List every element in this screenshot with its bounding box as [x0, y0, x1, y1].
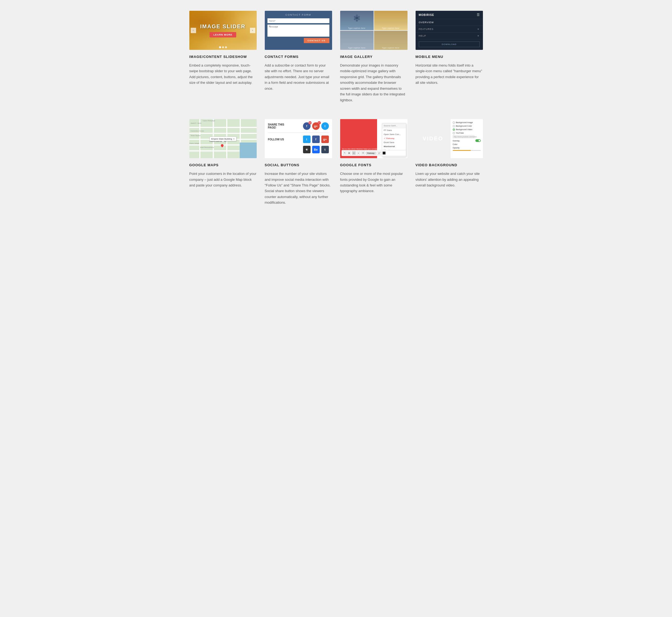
- feature-image-gallery: Type caption here Type caption here Type…: [340, 11, 408, 103]
- social-follow-googleplus[interactable]: g+: [321, 136, 329, 143]
- mm-logo: MOBIRISE: [419, 13, 434, 16]
- fonts-tool-2[interactable]: ▦: [348, 151, 351, 155]
- cf-submit-button[interactable]: CONTACT US: [304, 38, 329, 43]
- gallery-cell-1[interactable]: Type caption here: [340, 11, 374, 30]
- mm-nav-features[interactable]: FEATURES ▼: [416, 26, 483, 33]
- fonts-size[interactable]: 17: [377, 152, 382, 155]
- social-share-row: SHARE THISPAGE! f 192 g+ 47 t: [268, 122, 329, 130]
- social-follow-behance[interactable]: Be: [312, 146, 320, 153]
- svg-point-6: [355, 16, 358, 19]
- social-fb-count: 192: [308, 121, 311, 125]
- fonts-tool-4[interactable]: ≡: [357, 151, 361, 155]
- social-share-googleplus[interactable]: g+ 47: [312, 122, 320, 130]
- video-label-youtube: YouTube: [456, 132, 481, 134]
- video-label-bg-image: Background Image: [456, 121, 481, 124]
- social-follow-label: FOLLOW US: [268, 138, 301, 141]
- social-follow-github[interactable]: ☯: [303, 146, 310, 153]
- slider-learn-more-button[interactable]: LEARN MORE: [210, 32, 236, 37]
- video-option-bg-image: Background Image: [453, 121, 481, 124]
- gallery-cell-2[interactable]: Type caption here: [374, 11, 408, 30]
- feature-desc-mobile-menu: Horizontal site menu folds itself into a…: [416, 62, 483, 86]
- slider-dot-2[interactable]: [222, 46, 224, 48]
- gallery-preview-image: Type caption here Type caption here Type…: [340, 11, 408, 50]
- video-option-bg-video: Background Video: [453, 128, 481, 131]
- fonts-item-raleway[interactable]: ✓ Raleway: [382, 136, 406, 140]
- social-follow-facebook[interactable]: f: [312, 136, 320, 143]
- gallery-cell-4[interactable]: Type caption here: [374, 31, 408, 50]
- fonts-item-droidsans[interactable]: Droid Sans: [382, 140, 406, 145]
- cf-heading: CONTACT FORM: [285, 13, 311, 16]
- mm-download-button[interactable]: DOWNLOAD: [419, 41, 480, 47]
- feature-title-video: VIDEO BACKGROUND: [416, 163, 483, 167]
- video-url-input[interactable]: http://www.youtube.com/watd: [453, 135, 474, 138]
- social-share-twitter[interactable]: t: [321, 122, 329, 130]
- video-label-bg-color: Background Color: [456, 125, 481, 127]
- feature-desc-contact: Add a subscribe or contact form to your …: [265, 62, 332, 91]
- slider-next-button[interactable]: ›: [250, 28, 255, 33]
- slider-dots: [219, 46, 227, 48]
- mm-hamburger-icon[interactable]: ☰: [477, 13, 480, 17]
- slider-dot-1[interactable]: [219, 46, 221, 48]
- mm-header: MOBIRISE ☰: [416, 11, 483, 19]
- map-pin: [220, 144, 224, 147]
- fonts-item-ptsans[interactable]: PT Sans: [382, 128, 406, 132]
- video-opacity-fill: [453, 150, 471, 151]
- social-follow-twitter[interactable]: t: [303, 136, 310, 143]
- slider-prev-button[interactable]: ‹: [191, 28, 196, 33]
- video-label-color: Color: [453, 143, 481, 146]
- contact-form-preview-image: CONTACT FORM CONTACT US: [265, 11, 332, 50]
- video-radio-bg-video[interactable]: [453, 129, 455, 131]
- maps-preview-image: Jacob K. Javits Санкт-Петербург Conventi…: [189, 119, 257, 158]
- slider-dot-3[interactable]: [225, 46, 227, 48]
- social-gp-count: 47: [317, 121, 321, 125]
- fonts-color-picker[interactable]: [383, 152, 386, 155]
- feature-title-fonts: GOOGLE FONTS: [340, 163, 408, 167]
- video-radio-bg-color[interactable]: [453, 125, 455, 127]
- features-grid-row1: IMAGE SLIDER LEARN MORE ‹ › IMAGE/CONTEN…: [189, 11, 483, 103]
- mm-nav-overview[interactable]: OVERVIEW: [416, 19, 483, 26]
- mm-nav-help[interactable]: HELP ▼: [416, 33, 483, 39]
- svg-point-3: [356, 20, 358, 22]
- fonts-text-overlay: ite in a few clicks! Mobirise helps you …: [342, 148, 394, 150]
- feature-image-slideshow: IMAGE SLIDER LEARN MORE ‹ › IMAGE/CONTEN…: [189, 11, 257, 103]
- social-follow-row2: ☯ Be t: [268, 146, 329, 153]
- cf-name-input[interactable]: [267, 18, 329, 23]
- video-main-area: VIDEO: [416, 119, 451, 158]
- video-radio-bg-image[interactable]: [453, 122, 455, 124]
- fonts-font-name[interactable]: Raleway: [366, 152, 376, 155]
- mm-nav-help-arrow: ▼: [477, 35, 480, 37]
- video-preview-image: VIDEO Background Image Background Color: [416, 119, 483, 158]
- fonts-item-opensans[interactable]: Open Sans Con...: [382, 132, 406, 136]
- video-label-opacity: Opacity: [453, 147, 481, 149]
- mobile-menu-preview-image: MOBIRISE ☰ OVERVIEW FEATURES ▼ HELP ▼ DO…: [416, 11, 483, 50]
- slider-preview-image: IMAGE SLIDER LEARN MORE ‹ ›: [189, 11, 257, 50]
- feature-title-social: SOCIAL BUTTONS: [265, 163, 332, 167]
- feature-desc-slideshow: Embed a completely responsive, touch-swi…: [189, 62, 257, 86]
- feature-mobile-menu: MOBIRISE ☰ OVERVIEW FEATURES ▼ HELP ▼ DO…: [416, 11, 483, 103]
- video-radio-youtube[interactable]: [453, 132, 455, 134]
- video-toggle-overlay[interactable]: [475, 139, 481, 142]
- video-option-color: Color: [453, 143, 481, 146]
- features-grid-row2: Jacob K. Javits Санкт-Петербург Conventi…: [189, 119, 483, 206]
- page-wrapper: IMAGE SLIDER LEARN MORE ‹ › IMAGE/CONTEN…: [184, 0, 488, 232]
- fonts-preview-image: Source Serif... PT Sans Open Sans Con...…: [340, 119, 408, 158]
- feature-video-background: VIDEO Background Image Background Color: [416, 119, 483, 206]
- feature-title-contact: CONTACT FORMS: [265, 55, 332, 59]
- fonts-tool-1[interactable]: ✎: [343, 151, 347, 155]
- video-option-opacity: Opacity: [453, 147, 481, 149]
- fonts-tool-3[interactable]: ≡: [352, 151, 356, 155]
- social-follow-tumblr[interactable]: t: [321, 146, 329, 153]
- feature-desc-social: Increase the number of your site visitor…: [265, 171, 332, 206]
- feature-desc-fonts: Choose one or more of the most popular f…: [340, 171, 408, 194]
- video-option-bg-color: Background Color: [453, 125, 481, 127]
- gallery-cell-3[interactable]: Type caption here: [340, 31, 374, 50]
- video-option-youtube: YouTube: [453, 132, 481, 134]
- social-share-facebook[interactable]: f 192: [303, 122, 310, 130]
- feature-title-slideshow: IMAGE/CONTENT SLIDESHOW: [189, 55, 257, 59]
- cf-message-input[interactable]: [267, 24, 329, 37]
- gallery-flower-icon: [353, 13, 361, 22]
- video-label: VIDEO: [423, 136, 443, 142]
- feature-title-maps: GOOGLE MAPS: [189, 163, 257, 167]
- video-opacity-slider[interactable]: [453, 150, 481, 151]
- fonts-tool-5[interactable]: ⚙: [361, 151, 365, 155]
